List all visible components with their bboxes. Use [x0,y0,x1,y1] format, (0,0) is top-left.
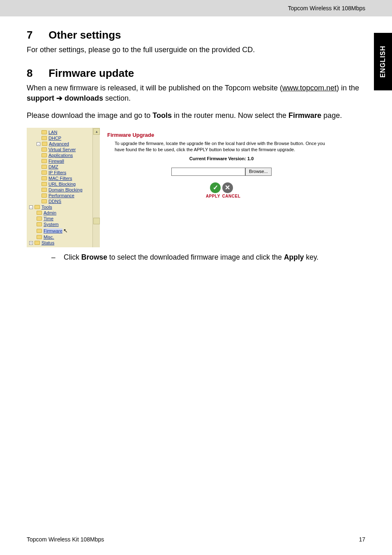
tree-link-firewall: Firewall [48,159,64,164]
tools-word: Tools [152,111,172,120]
instruction-bullet: – Click Browse to select the downloaded … [51,253,365,262]
bullet-c: key. [304,253,319,261]
firmware-button-labels: APPLY CANCEL [107,194,336,198]
tree-link-dmz: DMZ [48,164,58,169]
firmware-version-label: Current Firmware Version: 1.0 [107,156,336,161]
tree-item-firmware[interactable]: Firmware↖ [29,227,91,234]
folder-icon [42,159,47,163]
firmware-upgrade-desc: To upgrade the firmware, locate the upgr… [115,140,333,153]
section-8-text-c: section. [103,94,131,102]
tree-item-status[interactable]: +Status [29,240,91,246]
section-7-heading: 7 Other settings [27,29,365,41]
firmware-upgrade-panel: Firmware Upgrade To upgrade the firmware… [100,128,343,247]
footer-page-number: 17 [359,536,365,543]
bullet-dash: – [51,253,64,262]
tree-link-firmware: Firmware [44,228,62,233]
folder-icon [42,142,47,146]
tree-link-advanced: Advanced [49,141,69,146]
collapse-icon[interactable]: - [37,142,40,146]
expand-icon[interactable]: + [29,241,33,245]
tree-link-macf: MAC Filters [48,176,72,181]
section-8-text-d: Please download the image and go to [27,111,152,120]
section-8-text-a: When a new firmware is released, it will… [27,84,282,92]
tree-item-tools[interactable]: -Tools [29,204,91,210]
section-8-text-big-c: page. [321,111,342,120]
header-product: Topcom Wireless Kit 108Mbps [288,5,365,12]
support-word: support [27,94,54,102]
bullet-text: Click Browse to select the downloaded fi… [64,253,318,262]
folder-icon [42,130,47,134]
section-7-title: Other settings [48,29,121,41]
tree-item-dhcp[interactable]: DHCP [29,135,91,141]
folder-icon [42,165,47,169]
section-8-number: 8 [27,67,46,80]
apply-button[interactable]: ✓ [210,182,221,193]
scroll-thumb[interactable] [93,218,100,224]
folder-icon [42,147,47,152]
folder-icon [42,199,47,203]
bullet-b: to select the downloaded firmware image … [107,253,284,261]
tree-item-ip-filters[interactable]: IP Filters [29,170,91,175]
section-8-title: Firmware update [48,67,134,79]
firmware-action-buttons: ✓ ✕ [107,182,336,193]
firmware-file-input[interactable] [171,168,245,176]
scroll-up-icon[interactable]: ▴ [93,128,100,135]
tree-item-mac-filters[interactable]: MAC Filters [29,175,91,181]
tree-link-time: Time [44,216,53,221]
cursor-icon: ↖ [63,228,68,234]
section-7-text: For other settings, please go to the ful… [27,45,365,55]
folder-icon [42,193,47,198]
tree-link-perf: Performance [48,193,74,198]
tree-item-admin[interactable]: Admin [29,210,91,216]
tree-item-firewall[interactable]: Firewall [29,158,91,164]
folder-icon [37,222,42,226]
tree-link-misc: Misc. [44,235,54,240]
cancel-button[interactable]: ✕ [222,182,233,193]
folder-icon [42,176,47,180]
tree-item-virtual-server[interactable]: Virtual Server [29,147,91,152]
page-header: Topcom Wireless Kit 108Mbps [0,0,392,16]
section-8-para-2: Please download the image and go to Tool… [27,111,365,120]
tree-item-applications[interactable]: Applications [29,152,91,158]
tree-link-urlb: URL Blocking [48,182,76,187]
tree-item-lan[interactable]: LAN [29,129,91,135]
tree-link-admin: Admin [44,210,56,215]
firmware-file-row: Browse... [107,168,336,176]
tree-item-ddns[interactable]: DDNS [29,198,91,204]
folder-icon [42,182,47,186]
collapse-icon[interactable]: - [29,205,33,209]
apply-label: APPLY [205,194,221,198]
folder-icon [37,211,42,215]
tree-item-domain-blocking[interactable]: Domain Blocking [29,187,91,193]
footer-product: Topcom Wireless Kit 108Mbps [27,536,104,543]
tree-item-time[interactable]: Time [29,216,91,221]
tree-link-system: System [44,222,59,227]
tree-item-advanced[interactable]: -Advanced [29,141,91,147]
firmware-upgrade-title: Firmware Upgrade [107,132,336,138]
tree-link-status: Status [42,240,54,245]
section-8-heading: 8 Firmware update [27,67,365,80]
tree-link-vs: Virtual Server [48,147,76,152]
page-footer: Topcom Wireless Kit 108Mbps 17 [27,536,365,543]
tree-item-dmz[interactable]: DMZ [29,164,91,170]
folder-icon [37,216,42,221]
router-screenshot: LAN DHCP -Advanced Virtual Server Applic… [27,128,343,247]
tree-item-system[interactable]: System [29,221,91,227]
topcom-link[interactable]: www.topcom.net [282,84,337,92]
folder-icon [42,136,47,140]
tree-item-url-blocking[interactable]: URL Blocking [29,181,91,187]
cancel-label: CANCEL [222,194,238,198]
tree-item-performance[interactable]: Performance [29,193,91,198]
browse-button[interactable]: Browse... [245,168,272,176]
section-8-text-e: in the router menu. Now select the [172,111,288,120]
tree-link-tools: Tools [42,205,52,210]
tree-link-ipf: IP Filters [48,170,66,175]
tree-item-misc[interactable]: Misc. [29,234,91,240]
folder-icon [35,241,40,245]
bullet-apply: Apply [284,253,304,261]
downloads-word: downloads [65,94,103,102]
scrollbar[interactable]: ▴ [92,128,100,247]
tree-link-apps: Applications [48,153,73,158]
section-8-text-b: ) in the [337,84,359,92]
bullet-a: Click [64,253,81,261]
